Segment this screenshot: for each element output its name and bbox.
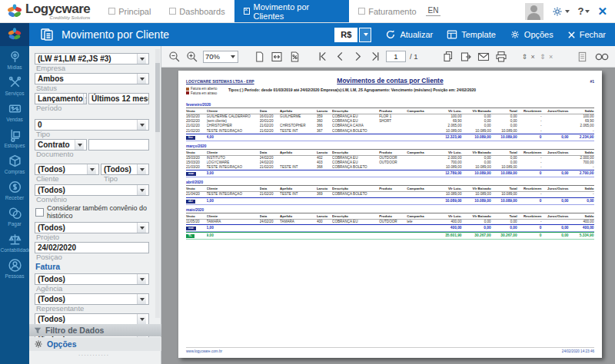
cliente-tipo-select[interactable]: (Todos) [101,164,149,175]
tab-faturamento[interactable]: Faturamento [349,0,425,22]
legend-swatch-atraso [186,91,189,94]
convenio-select[interactable]: (Todos) [35,184,149,196]
prev-page-button[interactable] [333,50,347,64]
first-page-button[interactable] [315,50,329,64]
hundred-percent-icon [289,51,301,63]
watermark-toggle[interactable]: ⇕ × [522,53,536,61]
sidebar-item-estoques[interactable]: Estoques [0,124,29,151]
report-row: 21/04/20TESTE INTEGRAÇÃO21/02/20TESTE IN… [186,192,594,197]
status-select[interactable]: Ambos [35,73,149,84]
export-button[interactable] [459,50,473,64]
section-total-row: fev4,0012.323,9010.089,0010.089,0000,002… [186,134,594,141]
sidebar-item-contabilidade[interactable]: Contabilidade [0,229,29,255]
export-icon [460,51,472,63]
representante-select[interactable]: (Todos) [35,293,149,305]
email-button[interactable] [477,50,490,64]
report-page-number: #1 [590,79,594,84]
print-button[interactable] [494,50,508,64]
close-icon [567,31,576,39]
vendedor-select[interactable]: (Todos) [35,313,149,325]
sidebar-item-midias[interactable]: Mídias [0,46,29,72]
tab-dashboards[interactable]: Dashboards [160,0,234,22]
documento-input[interactable] [88,139,149,151]
periodo-range-select[interactable]: Últimos 12 meses [88,93,149,104]
help-button[interactable]: ? [577,5,590,17]
agencia-label: Agência [36,285,153,292]
pessoas-icon [8,258,22,273]
last-page-button[interactable] [368,50,382,64]
template-icon [447,29,457,40]
tipo-label: Tipo [36,131,153,137]
template-button[interactable]: Template [447,29,496,40]
zoom-out-button[interactable] [168,50,181,64]
filter-scrollbar[interactable] [155,49,160,318]
cliente-select[interactable]: (Todos) [35,164,99,175]
actual-size-button[interactable] [288,50,301,64]
copy-button[interactable] [441,50,455,64]
sidebar-item-label: Serviços [5,91,25,96]
tipo-select[interactable]: 0 [35,119,149,131]
opcoes-bar[interactable]: Opções [29,337,161,351]
tab-movimento-por-clientes[interactable]: Movimento por Clientes [234,0,350,22]
representante-label: Representante [36,305,153,312]
fit-width-button[interactable] [270,50,284,64]
refresh-icon [385,29,396,40]
first-page-icon [317,51,328,62]
currency-selector[interactable]: R$ [334,28,371,42]
zoom-level-select[interactable]: 70% [203,51,238,63]
app-logo: Logycware Credibility Solutions [0,0,99,22]
posicao-input[interactable]: 24/02/2020 [35,242,149,253]
next-page-button[interactable] [351,50,364,64]
convenio-historico-checkbox-row[interactable]: Considerar também convênio do histórico [35,204,153,220]
sidebar-item-receber[interactable]: Receber [0,177,29,203]
projeto-select[interactable]: (Todos) [35,222,149,233]
report-params: Tipos:( ) Período: desde 01/03/2019 até … [228,88,594,92]
sidebar-item-pagar[interactable]: Pagar [0,203,29,229]
copy-icon [442,51,454,63]
panel-splitter-handle[interactable]: ··········· [35,353,153,358]
report-footer-url: www.logycware.com.br [186,349,222,353]
report-row: 21/03/20TESTE INTEGRAÇÃO21/02/20TESTE IN… [186,165,594,170]
empresa-select[interactable]: (LW #1,LM #2,JS #3) [35,53,149,65]
fit-width-icon [271,51,283,63]
thumbnails-button[interactable] [575,50,589,64]
sidebar-item-compras[interactable]: Compras [0,151,29,177]
report-footer: www.logycware.com.br 24/02/2020 14:23:46 [186,347,594,353]
language-selector[interactable]: EN [426,6,441,16]
tab-principal[interactable]: Principal [99,0,160,22]
sidebar-item-vendas[interactable]: Vendas [0,98,29,124]
overlay-toggle[interactable]: ⇕ × [540,53,554,61]
logycware-star-icon [7,27,22,42]
close-report-button[interactable]: Fechar [567,30,606,39]
zoom-in-button[interactable] [185,50,199,64]
filtro-de-dados-bar[interactable]: Filtro de Dados [29,324,161,336]
documento-tipo-select[interactable]: Contrato [35,139,87,151]
whole-page-button[interactable] [252,50,266,64]
projeto-label: Projeto [36,233,153,240]
settings-gear-button[interactable] [551,5,570,18]
module-sidebar: MídiasServiçosVendasEstoquesComprasReceb… [0,46,29,364]
currency-dropdown-button[interactable] [359,28,371,42]
find-button[interactable] [595,50,609,64]
servicos-icon [8,75,22,90]
sidebar-item-label: Receber [5,195,25,200]
tab-close-icon[interactable] [244,8,251,15]
periodo-tipo-select[interactable]: Lançamento [35,93,87,104]
refresh-button[interactable]: Atualizar [385,29,433,40]
section-header: março/2020 [186,144,594,149]
window-close-button[interactable]: ✕ [597,5,607,18]
options-button[interactable]: Opções [510,29,554,40]
report-doc-icon [40,28,54,41]
page-number-input[interactable]: 1 [386,51,406,62]
grand-total-row: TL9,0035.601,9030.267,0030.267,0000,005.… [186,232,594,240]
sidebar-item-pessoas[interactable]: Pessoas [0,255,29,281]
agencia-select[interactable]: (Todos) [35,273,149,285]
checkbox[interactable] [35,208,44,217]
scrollbar-thumb[interactable] [155,63,160,132]
sidebar-item-label: Estoques [4,143,25,148]
caret-down-icon [585,10,590,13]
caret-down-icon [565,10,570,13]
sidebar-item-servicos[interactable]: Serviços [0,72,29,98]
preview-viewport[interactable]: LOGYCWARE SISTEMAS LTDA - ERP Movimentos… [161,68,615,364]
user-avatar[interactable] [525,3,544,20]
